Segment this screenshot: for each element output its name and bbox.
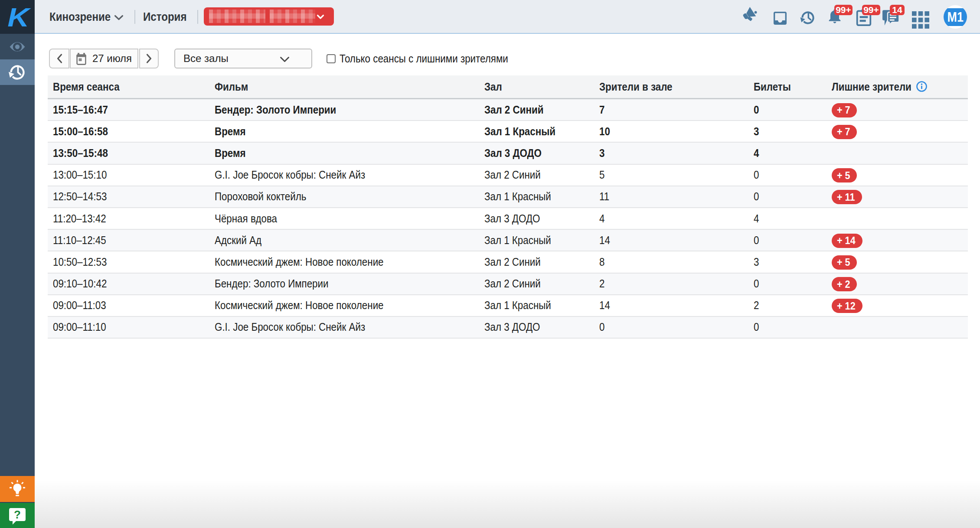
svg-text:?: ? [14, 508, 21, 521]
